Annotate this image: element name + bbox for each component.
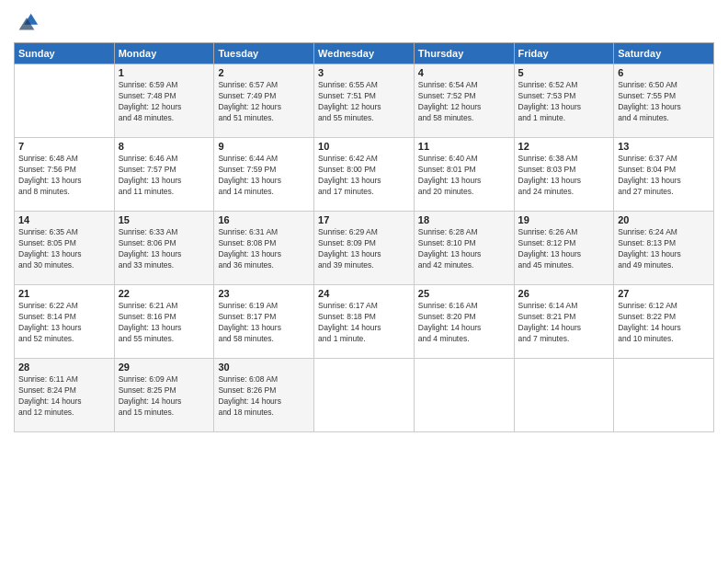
day-number: 25 bbox=[418, 288, 510, 299]
calendar-week-row: 21 Sunrise: 6:22 AMSunset: 8:14 PMDaylig… bbox=[15, 285, 714, 359]
day-info: Sunrise: 6:14 AMSunset: 8:21 PMDaylight:… bbox=[518, 301, 610, 345]
calendar-cell: 5 Sunrise: 6:52 AMSunset: 7:53 PMDayligh… bbox=[514, 64, 614, 138]
calendar-cell: 10 Sunrise: 6:42 AMSunset: 8:00 PMDaylig… bbox=[314, 138, 415, 212]
calendar-cell: 24 Sunrise: 6:17 AMSunset: 8:18 PMDaylig… bbox=[314, 285, 415, 359]
calendar-cell: 8 Sunrise: 6:46 AMSunset: 7:57 PMDayligh… bbox=[114, 138, 214, 212]
day-number: 8 bbox=[119, 141, 210, 152]
calendar-header-thursday: Thursday bbox=[414, 43, 514, 64]
day-number: 12 bbox=[518, 141, 610, 152]
calendar-week-row: 7 Sunrise: 6:48 AMSunset: 7:56 PMDayligh… bbox=[15, 138, 714, 212]
calendar-cell: 12 Sunrise: 6:38 AMSunset: 8:03 PMDaylig… bbox=[514, 138, 614, 212]
calendar-cell: 7 Sunrise: 6:48 AMSunset: 7:56 PMDayligh… bbox=[15, 138, 115, 212]
calendar-cell: 28 Sunrise: 6:11 AMSunset: 8:24 PMDaylig… bbox=[15, 359, 115, 432]
day-number: 26 bbox=[518, 288, 610, 299]
calendar-cell: 23 Sunrise: 6:19 AMSunset: 8:17 PMDaylig… bbox=[214, 285, 314, 359]
calendar-cell: 4 Sunrise: 6:54 AMSunset: 7:52 PMDayligh… bbox=[414, 64, 514, 138]
day-number: 16 bbox=[218, 214, 310, 225]
day-number: 13 bbox=[618, 141, 710, 152]
calendar-table: SundayMondayTuesdayWednesdayThursdayFrid… bbox=[14, 42, 714, 432]
calendar-header-wednesday: Wednesday bbox=[314, 43, 415, 64]
logo bbox=[14, 9, 43, 35]
calendar-cell: 2 Sunrise: 6:57 AMSunset: 7:49 PMDayligh… bbox=[214, 64, 314, 138]
calendar-cell: 18 Sunrise: 6:28 AMSunset: 8:10 PMDaylig… bbox=[414, 212, 514, 285]
calendar-cell: 13 Sunrise: 6:37 AMSunset: 8:04 PMDaylig… bbox=[614, 138, 714, 212]
calendar-cell: 1 Sunrise: 6:59 AMSunset: 7:48 PMDayligh… bbox=[114, 64, 214, 138]
calendar-week-row: 1 Sunrise: 6:59 AMSunset: 7:48 PMDayligh… bbox=[15, 64, 714, 138]
calendar-cell: 26 Sunrise: 6:14 AMSunset: 8:21 PMDaylig… bbox=[514, 285, 614, 359]
day-number: 27 bbox=[618, 288, 710, 299]
calendar-header-friday: Friday bbox=[514, 43, 614, 64]
calendar-cell: 19 Sunrise: 6:26 AMSunset: 8:12 PMDaylig… bbox=[514, 212, 614, 285]
day-number: 9 bbox=[218, 141, 310, 152]
calendar-cell bbox=[514, 359, 614, 432]
day-info: Sunrise: 6:46 AMSunset: 7:57 PMDaylight:… bbox=[119, 154, 210, 198]
day-info: Sunrise: 6:28 AMSunset: 8:10 PMDaylight:… bbox=[418, 227, 510, 271]
day-number: 11 bbox=[418, 141, 510, 152]
day-info: Sunrise: 6:52 AMSunset: 7:53 PMDaylight:… bbox=[518, 80, 610, 124]
calendar-header-sunday: Sunday bbox=[15, 43, 115, 64]
day-number: 30 bbox=[218, 362, 310, 373]
day-number: 6 bbox=[618, 67, 710, 78]
day-info: Sunrise: 6:54 AMSunset: 7:52 PMDaylight:… bbox=[418, 80, 510, 124]
day-number: 7 bbox=[18, 141, 110, 152]
day-info: Sunrise: 6:22 AMSunset: 8:14 PMDaylight:… bbox=[18, 301, 110, 345]
day-number: 3 bbox=[318, 67, 410, 78]
day-info: Sunrise: 6:17 AMSunset: 8:18 PMDaylight:… bbox=[318, 301, 410, 345]
calendar-cell: 11 Sunrise: 6:40 AMSunset: 8:01 PMDaylig… bbox=[414, 138, 514, 212]
day-number: 24 bbox=[318, 288, 410, 299]
calendar-week-row: 14 Sunrise: 6:35 AMSunset: 8:05 PMDaylig… bbox=[15, 212, 714, 285]
day-info: Sunrise: 6:57 AMSunset: 7:49 PMDaylight:… bbox=[218, 80, 310, 124]
day-number: 19 bbox=[518, 214, 610, 225]
calendar-cell: 30 Sunrise: 6:08 AMSunset: 8:26 PMDaylig… bbox=[214, 359, 314, 432]
calendar-cell: 9 Sunrise: 6:44 AMSunset: 7:59 PMDayligh… bbox=[214, 138, 314, 212]
calendar-header-monday: Monday bbox=[114, 43, 214, 64]
day-number: 1 bbox=[119, 67, 210, 78]
day-info: Sunrise: 6:08 AMSunset: 8:26 PMDaylight:… bbox=[218, 374, 310, 419]
calendar-header-row: SundayMondayTuesdayWednesdayThursdayFrid… bbox=[15, 43, 714, 64]
calendar-header-tuesday: Tuesday bbox=[214, 43, 314, 64]
day-info: Sunrise: 6:44 AMSunset: 7:59 PMDaylight:… bbox=[218, 154, 310, 198]
calendar-cell: 17 Sunrise: 6:29 AMSunset: 8:09 PMDaylig… bbox=[314, 212, 415, 285]
day-info: Sunrise: 6:40 AMSunset: 8:01 PMDaylight:… bbox=[418, 154, 510, 198]
day-info: Sunrise: 6:37 AMSunset: 8:04 PMDaylight:… bbox=[618, 154, 710, 198]
calendar-cell: 27 Sunrise: 6:12 AMSunset: 8:22 PMDaylig… bbox=[614, 285, 714, 359]
day-info: Sunrise: 6:33 AMSunset: 8:06 PMDaylight:… bbox=[119, 227, 210, 271]
calendar-cell: 3 Sunrise: 6:55 AMSunset: 7:51 PMDayligh… bbox=[314, 64, 415, 138]
calendar-week-row: 28 Sunrise: 6:11 AMSunset: 8:24 PMDaylig… bbox=[15, 359, 714, 432]
day-info: Sunrise: 6:29 AMSunset: 8:09 PMDaylight:… bbox=[318, 227, 410, 271]
day-number: 18 bbox=[418, 214, 510, 225]
day-number: 21 bbox=[18, 288, 110, 299]
calendar-cell: 29 Sunrise: 6:09 AMSunset: 8:25 PMDaylig… bbox=[114, 359, 214, 432]
day-info: Sunrise: 6:09 AMSunset: 8:25 PMDaylight:… bbox=[119, 374, 210, 419]
calendar-cell bbox=[614, 359, 714, 432]
day-info: Sunrise: 6:48 AMSunset: 7:56 PMDaylight:… bbox=[18, 154, 110, 198]
day-number: 29 bbox=[119, 362, 210, 373]
calendar-cell: 14 Sunrise: 6:35 AMSunset: 8:05 PMDaylig… bbox=[15, 212, 115, 285]
logo-icon bbox=[14, 9, 40, 35]
day-number: 28 bbox=[18, 362, 110, 373]
day-number: 2 bbox=[218, 67, 310, 78]
calendar-cell bbox=[314, 359, 415, 432]
day-number: 23 bbox=[218, 288, 310, 299]
day-number: 17 bbox=[318, 214, 410, 225]
day-info: Sunrise: 6:26 AMSunset: 8:12 PMDaylight:… bbox=[518, 227, 610, 271]
calendar-cell: 6 Sunrise: 6:50 AMSunset: 7:55 PMDayligh… bbox=[614, 64, 714, 138]
day-info: Sunrise: 6:38 AMSunset: 8:03 PMDaylight:… bbox=[518, 154, 610, 198]
calendar-cell: 16 Sunrise: 6:31 AMSunset: 8:08 PMDaylig… bbox=[214, 212, 314, 285]
calendar-cell bbox=[414, 359, 514, 432]
page: SundayMondayTuesdayWednesdayThursdayFrid… bbox=[0, 0, 728, 563]
day-number: 4 bbox=[418, 67, 510, 78]
day-info: Sunrise: 6:19 AMSunset: 8:17 PMDaylight:… bbox=[218, 301, 310, 345]
day-info: Sunrise: 6:35 AMSunset: 8:05 PMDaylight:… bbox=[18, 227, 110, 271]
day-info: Sunrise: 6:55 AMSunset: 7:51 PMDaylight:… bbox=[318, 80, 410, 124]
calendar-cell: 21 Sunrise: 6:22 AMSunset: 8:14 PMDaylig… bbox=[15, 285, 115, 359]
calendar-cell: 25 Sunrise: 6:16 AMSunset: 8:20 PMDaylig… bbox=[414, 285, 514, 359]
day-info: Sunrise: 6:24 AMSunset: 8:13 PMDaylight:… bbox=[618, 227, 710, 271]
day-info: Sunrise: 6:50 AMSunset: 7:55 PMDaylight:… bbox=[618, 80, 710, 124]
day-number: 10 bbox=[318, 141, 410, 152]
header bbox=[14, 9, 714, 35]
calendar-cell: 22 Sunrise: 6:21 AMSunset: 8:16 PMDaylig… bbox=[114, 285, 214, 359]
day-info: Sunrise: 6:11 AMSunset: 8:24 PMDaylight:… bbox=[18, 374, 110, 419]
day-number: 22 bbox=[119, 288, 210, 299]
day-info: Sunrise: 6:21 AMSunset: 8:16 PMDaylight:… bbox=[119, 301, 210, 345]
